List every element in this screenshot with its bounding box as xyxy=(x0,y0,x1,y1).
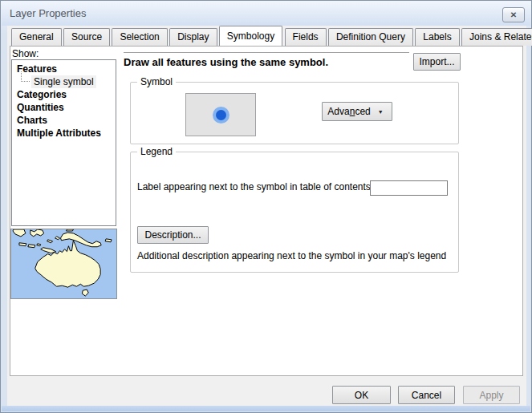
mnemonic-char: n xyxy=(350,106,355,117)
tab-fields[interactable]: Fields xyxy=(285,28,327,46)
island-shape xyxy=(28,245,35,248)
symbol-preview-button[interactable] xyxy=(185,93,256,136)
show-tree-list: Features Single symbol Categories Quanti… xyxy=(11,59,116,226)
show-label: Show: xyxy=(12,48,39,59)
tab-general[interactable]: General xyxy=(11,28,62,46)
tab-display[interactable]: Display xyxy=(169,28,217,46)
window-bottom-border xyxy=(2,406,530,411)
tab-joins-relates[interactable]: Joins & Relates xyxy=(461,28,532,46)
point-symbol-icon xyxy=(213,107,229,123)
apply-button[interactable]: Apply xyxy=(463,386,520,404)
cancel-button[interactable]: Cancel xyxy=(398,386,455,404)
legend-group-caption: Legend xyxy=(137,146,176,157)
island-shape xyxy=(66,229,73,231)
window-title: Layer Properties xyxy=(10,7,86,19)
map-preview-thumbnail xyxy=(10,229,117,299)
show-item-single-symbol[interactable]: Single symbol xyxy=(12,75,116,88)
page-header: Draw all features using the same symbol. xyxy=(124,56,328,68)
chevron-down-icon: ▼ xyxy=(378,109,384,115)
tab-selection[interactable]: Selection xyxy=(112,28,167,46)
show-item-quantities[interactable]: Quantities xyxy=(12,101,116,114)
island-shape xyxy=(105,239,112,242)
tab-strip: General Source Selection Display Symbolo… xyxy=(11,28,532,46)
island-shape xyxy=(19,243,26,246)
description-button[interactable]: Description... xyxy=(137,226,209,244)
ok-button[interactable]: OK xyxy=(332,386,391,404)
island-shape xyxy=(37,244,41,246)
advanced-dropdown-button[interactable]: Advanced ▼ xyxy=(322,102,392,121)
close-button[interactable]: ✕ xyxy=(502,7,525,22)
titlebar[interactable]: Layer Properties ✕ xyxy=(2,2,530,26)
legend-label-caption: Label appearing next to the symbol in ta… xyxy=(137,181,373,192)
window-frame: Layer Properties ✕ General Source Select… xyxy=(0,0,532,413)
symbol-group-caption: Symbol xyxy=(137,76,176,87)
show-item-charts[interactable]: Charts xyxy=(12,114,116,127)
show-item-multiple-attributes[interactable]: Multiple Attributes xyxy=(12,127,116,140)
legend-groupbox: Legend Label appearing next to the symbo… xyxy=(130,152,459,273)
symbol-groupbox: Symbol Advanced ▼ xyxy=(130,82,459,144)
layer-properties-dialog: Layer Properties ✕ General Source Select… xyxy=(0,0,532,413)
tab-definition-query[interactable]: Definition Query xyxy=(328,28,413,46)
tab-symbology[interactable]: Symbology xyxy=(219,26,282,46)
show-item-categories[interactable]: Categories xyxy=(12,88,116,101)
import-button[interactable]: Import... xyxy=(413,53,461,71)
separator-line xyxy=(124,52,409,54)
tree-branch-icon xyxy=(21,71,30,82)
dialog-body: General Source Selection Display Symbolo… xyxy=(7,26,526,407)
map-preview-image xyxy=(11,229,116,298)
legend-additional-caption: Additional description appearing next to… xyxy=(137,250,446,261)
symbology-tab-page: Show: Features Single symbol Categories … xyxy=(10,46,523,376)
legend-label-input[interactable] xyxy=(370,180,448,196)
tab-labels[interactable]: Labels xyxy=(415,28,459,46)
tab-source[interactable]: Source xyxy=(63,28,110,46)
close-icon: ✕ xyxy=(510,11,517,19)
